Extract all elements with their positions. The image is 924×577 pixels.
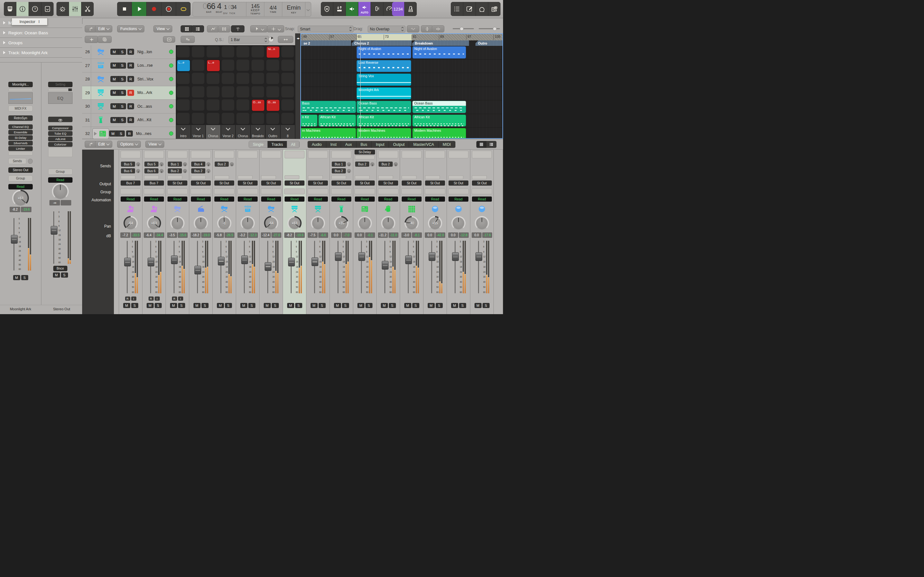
volume-value[interactable]: -6.4 <box>144 232 153 238</box>
group-slot[interactable] <box>120 189 141 194</box>
lcd-key[interactable]: EminKEY <box>282 2 305 16</box>
mute-button[interactable]: M <box>264 303 271 308</box>
input-monitor-button[interactable]: I <box>178 297 183 301</box>
peak-value[interactable]: -33.5 <box>131 232 141 238</box>
pan-knob[interactable] <box>242 216 254 230</box>
midi-fx-slot[interactable]: MIDI FX <box>8 105 33 111</box>
fader-cap[interactable] <box>241 255 248 264</box>
empty-cell[interactable] <box>281 86 294 97</box>
region[interactable]: Night of Avalon <box>412 46 466 59</box>
track-header-29[interactable]: 29 MS R Mo...Ark <box>82 86 176 100</box>
send-slot[interactable]: Bus 1 <box>168 161 182 167</box>
output-slot[interactable]: St Out <box>261 181 281 185</box>
automation-mode-button[interactable]: Read <box>355 197 375 201</box>
group-slot[interactable] <box>448 189 469 194</box>
lcd-tick[interactable]: 034TICK <box>228 3 236 15</box>
empty-cell[interactable] <box>207 99 220 111</box>
output-slot[interactable]: St Out <box>168 181 187 185</box>
solo-button[interactable]: S <box>436 303 443 308</box>
group-slot[interactable] <box>472 189 492 194</box>
output-slot[interactable]: St Out <box>402 181 422 185</box>
channel-fader[interactable]: 03691215182430405060 <box>8 218 33 271</box>
fader-cap[interactable] <box>148 258 154 266</box>
mute-button[interactable]: M <box>404 303 411 308</box>
mute-button[interactable]: M <box>147 303 153 308</box>
toolbar-toggle-button[interactable] <box>41 2 53 16</box>
fader-cap[interactable] <box>11 235 18 243</box>
marker[interactable]: Breakdown <box>412 40 469 46</box>
empty-cell[interactable] <box>192 113 205 124</box>
library-button[interactable] <box>4 2 16 16</box>
mixer-menu-edit[interactable]: Edit <box>95 141 112 148</box>
track-on-indicator[interactable] <box>169 77 173 81</box>
loop-cell[interactable]: L...e <box>177 60 190 71</box>
group-slot[interactable] <box>214 189 234 194</box>
solo-button[interactable]: S <box>248 303 255 308</box>
filter-tab-midi[interactable]: MIDI <box>439 141 455 148</box>
record-enable-button[interactable]: R <box>149 297 153 301</box>
tuner-button[interactable] <box>371 2 383 16</box>
track-play-button[interactable] <box>92 128 109 139</box>
punch-button[interactable] <box>333 2 346 16</box>
output-slot[interactable]: Bus 7 <box>144 181 164 185</box>
scene-trigger[interactable]: Breakdo <box>251 125 265 139</box>
record-enable-button[interactable]: R <box>128 63 134 69</box>
peak-value[interactable]: -19.0 <box>201 232 211 238</box>
empty-send-slot[interactable] <box>402 175 417 179</box>
empty-cell[interactable] <box>192 46 205 57</box>
channel-strip-8[interactable]: St Out Read +63 -8.2-19.6 36912151824304… <box>283 150 306 314</box>
empty-cell[interactable] <box>222 86 234 97</box>
channel-strip-10[interactable]: Bus 1Bus 2 St Out Read +35 0.0-7.0 36912… <box>330 150 353 314</box>
input-monitor-button[interactable]: I <box>155 297 160 301</box>
volume-value[interactable]: -18.2 <box>191 232 200 238</box>
volume-value[interactable]: -∞ <box>49 200 60 205</box>
region[interactable]: Night of Avalon <box>357 46 411 59</box>
peak-value[interactable]: -0.1 <box>365 232 375 238</box>
empty-send-slot[interactable] <box>378 175 393 179</box>
lcd-time-signature[interactable]: 4/4TIME <box>264 2 282 16</box>
mixer-menu-view[interactable]: View <box>145 141 164 148</box>
rows-view-button[interactable] <box>192 25 204 32</box>
empty-send-slot[interactable] <box>425 175 440 179</box>
solo-button[interactable]: S <box>365 303 373 308</box>
empty-fx-slot[interactable] <box>284 151 304 158</box>
send-slot[interactable]: Bus 4 <box>191 161 205 167</box>
pan-knob[interactable] <box>195 216 207 230</box>
solo-button[interactable]: S <box>483 303 489 308</box>
automation-mode-button[interactable]: Read <box>191 197 211 201</box>
peak-value[interactable]: -19.6 <box>295 232 305 238</box>
audio-fx-slot[interactable]: St-Delay <box>355 150 375 155</box>
mute-button[interactable]: M <box>287 303 294 308</box>
filter-tab-output[interactable]: Output <box>389 141 409 148</box>
send-knob[interactable] <box>183 169 187 173</box>
peak-value[interactable]: -12.8 <box>459 232 469 238</box>
group-slot[interactable]: Group <box>8 175 33 181</box>
eq-thumbnail[interactable] <box>8 92 33 104</box>
empty-cell[interactable] <box>222 73 234 84</box>
channel-fader[interactable]: 3691215182430405060 <box>379 240 397 294</box>
audio-fx-slot[interactable]: Limiter <box>8 146 33 151</box>
channel-strip-9[interactable]: St Out Read -7.5-6.6 3691215182430405060… <box>306 150 330 314</box>
empty-cell[interactable] <box>207 86 220 97</box>
volume-value[interactable]: -5.8 <box>214 232 224 238</box>
mute-button[interactable]: M <box>310 303 318 308</box>
filter-tab-inst[interactable]: Inst <box>326 141 341 148</box>
lcd-tempo[interactable]: 145KEEPTEMPO <box>246 2 264 16</box>
marker[interactable]: se 2 <box>301 40 351 46</box>
solo-button[interactable]: S <box>202 303 208 308</box>
stop-button[interactable] <box>117 2 132 16</box>
fader-cap[interactable] <box>51 226 57 235</box>
solo-button[interactable]: S <box>178 303 185 308</box>
channel-strip-3[interactable]: Bus 1Bus 2 St Out Read -3.5-15.6 3691215… <box>166 150 189 314</box>
pan-knob[interactable]: -40 <box>406 216 417 230</box>
pan-knob[interactable] <box>48 183 73 200</box>
pan-knob[interactable] <box>359 216 371 230</box>
region[interactable]: Bass <box>300 101 356 113</box>
strip-setting-button[interactable]: Setting <box>48 82 73 87</box>
automation-mode-button[interactable]: Read <box>261 197 281 201</box>
send-slot[interactable]: Bus 1 <box>332 161 346 167</box>
scene-trigger[interactable]: Chorus <box>236 125 250 139</box>
region[interactable]: African Kit <box>318 114 356 127</box>
solo-button[interactable]: S <box>459 303 466 308</box>
output-slot[interactable]: St Out <box>284 181 304 185</box>
